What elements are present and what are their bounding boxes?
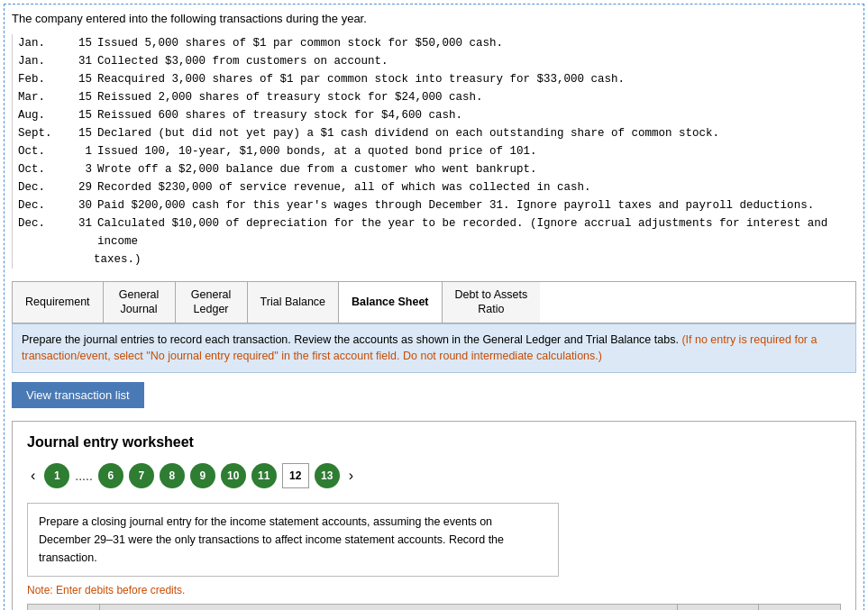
page-btn-1[interactable]: 1 xyxy=(44,463,69,488)
instructions-main: Prepare the journal entries to record ea… xyxy=(22,333,679,346)
entry-description-text: Prepare a closing journal entry for the … xyxy=(39,515,504,564)
main-container: The company entered into the following t… xyxy=(4,4,864,610)
entry-description-box: Prepare a closing journal entry for the … xyxy=(27,503,559,577)
page-btn-6[interactable]: 6 xyxy=(98,463,123,488)
list-item: Oct. 1 Issued 100, 10-year, $1,000 bonds… xyxy=(18,142,856,160)
table-header-row: Date General Journal Debit Credit xyxy=(27,604,841,610)
list-item: Feb. 15 Reacquired 3,000 shares of $1 pa… xyxy=(18,70,856,88)
list-item: Sept. 15 Declared (but did not yet pay) … xyxy=(18,124,856,142)
view-transaction-list-button[interactable]: View transaction list xyxy=(12,382,144,408)
transactions-list: Jan. 15 Issued 5,000 shares of $1 par co… xyxy=(12,34,856,269)
worksheet-title: Journal entry worksheet xyxy=(27,434,841,451)
pagination-bar: ‹ 1 ..... 6 7 8 9 10 11 12 13 › xyxy=(27,463,841,488)
page-btn-11[interactable]: 11 xyxy=(251,463,277,488)
page-ellipsis: ..... xyxy=(75,469,92,483)
prev-page-button[interactable]: ‹ xyxy=(27,466,39,486)
tab-balance-sheet[interactable]: Balance Sheet xyxy=(339,282,442,323)
tab-requirement[interactable]: Requirement xyxy=(13,282,104,323)
list-item: Dec. 29 Recorded $230,000 of service rev… xyxy=(18,178,856,196)
list-item: Aug. 15 Reissued 600 shares of treasury … xyxy=(18,106,856,124)
list-item: Mar. 15 Reissued 2,000 shares of treasur… xyxy=(18,88,856,106)
next-page-button[interactable]: › xyxy=(345,466,357,486)
page-btn-12-current[interactable]: 12 xyxy=(282,463,309,488)
instructions-box: Prepare the journal entries to record ea… xyxy=(12,323,856,374)
tab-general-ledger[interactable]: GeneralLedger xyxy=(176,282,248,323)
list-item: Jan. 31 Collected $3,000 from customers … xyxy=(18,52,856,70)
page-btn-9[interactable]: 9 xyxy=(190,463,215,488)
tabs-bar: Requirement GeneralJournal GeneralLedger… xyxy=(12,281,856,323)
tab-trial-balance[interactable]: Trial Balance xyxy=(248,282,340,323)
col-header-date: Date xyxy=(28,605,100,610)
list-item: Dec. 31 Calculated $10,000 of depreciati… xyxy=(18,214,856,250)
page-btn-13[interactable]: 13 xyxy=(315,463,340,488)
note-text: Note: Enter debits before credits. xyxy=(27,584,841,596)
col-header-general-journal: General Journal xyxy=(100,605,678,610)
page-btn-8[interactable]: 8 xyxy=(160,463,185,488)
list-item: Jan. 15 Issued 5,000 shares of $1 par co… xyxy=(18,34,856,52)
col-header-debit: Debit xyxy=(678,605,759,610)
page-btn-7[interactable]: 7 xyxy=(129,463,154,488)
page-btn-10[interactable]: 10 xyxy=(221,463,246,488)
tab-general-journal[interactable]: GeneralJournal xyxy=(104,282,176,323)
col-header-credit: Credit xyxy=(759,605,840,610)
journal-entry-worksheet: Journal entry worksheet ‹ 1 ..... 6 7 8 … xyxy=(12,421,856,610)
list-item: Dec. 30 Paid $200,000 cash for this year… xyxy=(18,196,856,214)
list-item: Oct. 3 Wrote off a $2,000 balance due fr… xyxy=(18,160,856,178)
intro-text: The company entered into the following t… xyxy=(12,12,856,25)
tab-debt-to-assets[interactable]: Debt to AssetsRatio xyxy=(443,282,541,323)
